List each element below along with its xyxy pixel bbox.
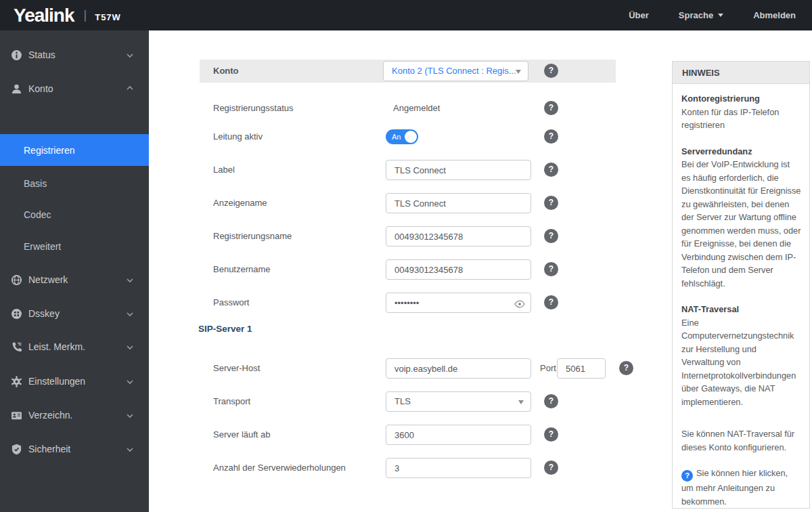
hint-panel-title: HINWEIS xyxy=(673,62,809,84)
register-name-input[interactable] xyxy=(386,226,531,247)
phone-features-icon xyxy=(11,341,22,353)
field-label: Registrierungsname xyxy=(213,226,292,247)
chevron-down-icon xyxy=(126,274,134,286)
sidebar-item-leist-merkm[interactable]: Leist. Merkm. xyxy=(0,333,149,360)
toggle-knob xyxy=(405,131,417,143)
help-icon[interactable]: ? xyxy=(544,163,558,177)
language-menu[interactable]: Sprache xyxy=(679,10,723,20)
sidebar-item-konto[interactable]: Konto xyxy=(0,75,149,102)
eye-icon[interactable] xyxy=(514,299,525,311)
server-expires-input[interactable] xyxy=(386,425,531,445)
field-label: Label xyxy=(213,160,235,180)
sidebar-item-einstellungen[interactable]: Einstellungen xyxy=(0,368,149,395)
field-label: Anzahl der Serverwiederholungen xyxy=(213,458,346,478)
sidebar-item-verzeichn[interactable]: Verzeichn. xyxy=(0,402,149,429)
password-input[interactable] xyxy=(386,293,531,313)
hint-section-heading: NAT-Traversal xyxy=(681,304,739,314)
hint-panel-body: Kontoregistrierung Konten für das IP-Tel… xyxy=(673,84,809,508)
registration-status-value: Angemeldet xyxy=(393,98,440,119)
sidebar-item-label: Dsskey xyxy=(28,308,60,319)
help-icon[interactable]: ? xyxy=(544,129,558,144)
sidebar-item-label: Basis xyxy=(24,178,47,189)
username-input[interactable] xyxy=(386,259,531,280)
hint-section-heading: Serverredundanz xyxy=(681,146,752,156)
server-host-input[interactable] xyxy=(386,358,531,379)
help-icon[interactable]: ? xyxy=(544,229,558,243)
logout-link[interactable]: Abmelden xyxy=(753,10,796,20)
contact-card-icon xyxy=(11,410,22,421)
sidebar-item-netzwerk[interactable]: Netzwerk xyxy=(0,266,149,293)
model-name: T57W xyxy=(95,12,121,22)
help-icon[interactable]: ? xyxy=(544,196,558,210)
hint-section-serverredundanz: Serverredundanz Bei der VoIP-Entwicklung… xyxy=(681,145,801,291)
help-icon[interactable]: ? xyxy=(544,64,558,78)
sidebar-item-sicherheit[interactable]: Sicherheit xyxy=(0,435,149,463)
gear-icon xyxy=(11,376,22,387)
transport-select-value: TLS xyxy=(394,396,411,406)
row-server-host: Server-Host Port ? xyxy=(200,358,646,379)
sidebar-item-label: Sicherheit xyxy=(28,444,70,454)
label-input[interactable] xyxy=(386,160,531,180)
hint-section-heading: Kontoregistrierung xyxy=(681,93,760,104)
sidebar-item-erweitert[interactable]: Erweitert xyxy=(0,231,149,262)
sidebar-item-label: Codec xyxy=(24,209,51,220)
sidebar-item-label: Status xyxy=(28,49,55,60)
line-active-toggle[interactable]: An xyxy=(386,129,418,144)
row-display-name: Anzeigename ? xyxy=(200,193,646,213)
top-header: Yealink | T57W Über Sprache Abmelden xyxy=(0,0,812,30)
shield-icon xyxy=(11,444,22,455)
sidebar-item-label: Erweitert xyxy=(24,241,61,252)
field-label: Server-Host xyxy=(213,358,260,379)
help-icon[interactable]: ? xyxy=(619,361,633,375)
toggle-on-label: An xyxy=(392,129,401,144)
field-label: Server läuft ab xyxy=(213,425,271,445)
sidebar-item-status[interactable]: Status xyxy=(0,41,149,68)
display-name-input[interactable] xyxy=(386,193,531,213)
sidebar: Status Konto Registrieren Basis Codec Er… xyxy=(0,30,149,512)
sidebar-item-registrieren[interactable]: Registrieren xyxy=(0,134,149,166)
sidebar-item-label: Registrieren xyxy=(24,145,74,156)
hint-section-nat-traversal: NAT-Traversal Eine Computervernetzungste… xyxy=(681,303,801,408)
sidebar-item-label: Einstellungen xyxy=(28,376,85,387)
field-label: Passwort xyxy=(213,293,249,313)
brand-logo: Yealink xyxy=(14,5,74,26)
server-retry-input[interactable] xyxy=(386,458,531,478)
help-icon[interactable]: ? xyxy=(544,394,558,408)
hint-section-kontoregistrierung: Kontoregistrierung Konten für das IP-Tel… xyxy=(681,92,801,132)
help-icon[interactable]: ? xyxy=(544,295,558,310)
sidebar-item-codec[interactable]: Codec xyxy=(0,199,149,230)
help-icon[interactable]: ? xyxy=(544,262,558,276)
help-circle-blue-icon[interactable]: ? xyxy=(681,470,693,482)
hint-section-text: Eine Computervernetzungstechnik zur Hers… xyxy=(681,318,796,407)
row-label: Label ? xyxy=(200,160,646,180)
chevron-up-icon xyxy=(126,83,134,95)
chevron-down-icon xyxy=(126,409,134,421)
hint-section-nat-config: Sie können NAT-Traversal für dieses Kont… xyxy=(681,427,801,454)
brand-divider: | xyxy=(84,8,87,22)
hint-section-more-help: ?Sie können hier klicken, um mehr Anleit… xyxy=(681,467,801,508)
account-label: Konto xyxy=(213,60,239,83)
row-register-name: Registrierungsname ? xyxy=(200,226,646,247)
select-caret-icon xyxy=(516,70,521,74)
about-link[interactable]: Über xyxy=(629,10,649,20)
field-label: Benutzername xyxy=(213,259,271,280)
sidebar-item-basis[interactable]: Basis xyxy=(0,168,149,199)
port-input[interactable] xyxy=(557,358,606,379)
hint-section-text: Bei der VoIP-Entwicklung ist es häufig e… xyxy=(681,159,800,289)
select-caret-icon xyxy=(518,400,524,404)
field-label: Anzeigename xyxy=(213,193,267,213)
transport-select[interactable]: TLS xyxy=(386,391,531,412)
hint-panel: HINWEIS Kontoregistrierung Konten für da… xyxy=(672,61,810,509)
sidebar-item-label: Netzwerk xyxy=(28,274,68,285)
brand: Yealink | T57W xyxy=(0,5,121,26)
chevron-down-icon xyxy=(126,307,134,320)
sidebar-item-dsskey[interactable]: Dsskey xyxy=(0,300,149,327)
sidebar-item-label: Leist. Merkm. xyxy=(28,341,85,352)
info-icon xyxy=(11,49,22,61)
field-label: Transport xyxy=(213,391,250,412)
account-select[interactable]: Konto 2 (TLS Connect : Regis... xyxy=(383,61,528,81)
help-icon[interactable]: ? xyxy=(544,461,558,475)
help-icon[interactable]: ? xyxy=(544,427,558,442)
chevron-down-icon xyxy=(126,49,134,61)
help-icon[interactable]: ? xyxy=(544,101,558,115)
